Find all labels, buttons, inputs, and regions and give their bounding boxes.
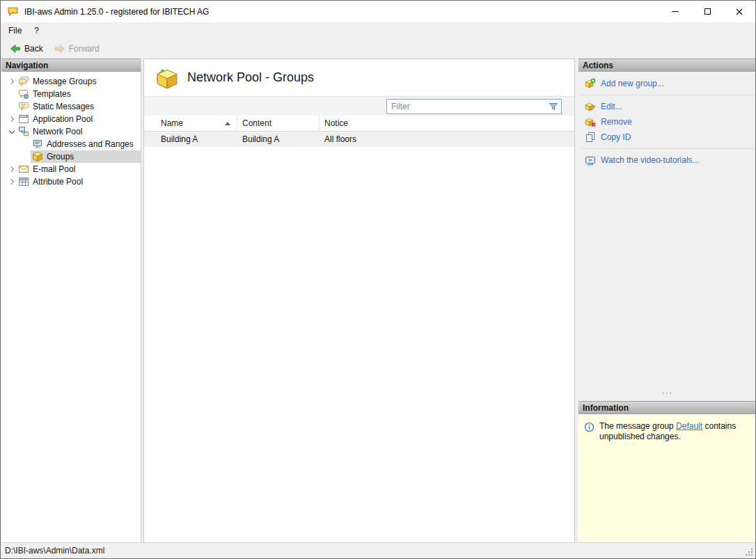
filter-input[interactable] [387,102,548,111]
tree-item-network-pool[interactable]: Network Pool [1,125,141,138]
sort-ascending-icon [225,122,230,125]
separator [581,95,754,95]
tree-item-application-pool[interactable]: Application Pool [1,113,141,125]
information-message: The message group Default contains unpub… [599,421,749,442]
chevron-right-icon[interactable] [7,113,17,125]
menu-item-help[interactable]: ? [28,22,45,39]
toolbar: Back Forward [1,39,755,58]
static-messages-icon [18,101,29,112]
application-pool-icon [18,113,29,125]
tree-item-label: Templates [33,89,71,99]
attribute-pool-icon [18,176,29,187]
message-groups-icon [18,76,29,87]
chevron-right-icon[interactable] [7,175,17,188]
back-arrow-icon [10,43,21,54]
email-pool-icon [18,164,29,175]
column-label: Name [161,118,183,128]
default-message-group-link[interactable]: Default [676,421,702,431]
chevron-down-icon[interactable] [7,125,17,138]
table-row[interactable]: Building A Building A All floors [144,132,574,147]
chevron-spacer [7,100,17,113]
menu-item-file[interactable]: File [2,22,28,39]
tree-item-label: Addresses and Ranges [47,139,134,149]
close-button[interactable] [723,1,755,22]
cell-notice: All floors [320,134,574,144]
tree-item-label: Message Groups [33,77,96,86]
chevron-right-icon[interactable] [7,75,17,88]
templates-icon [18,88,29,100]
resize-grip[interactable] [743,546,753,556]
column-header-content[interactable]: Content [237,116,320,131]
back-label: Back [24,44,43,54]
tree-item-label: Groups [47,152,74,162]
maximize-icon [704,8,711,15]
chevron-right-icon[interactable] [7,163,17,175]
minimize-icon [672,11,679,12]
network-pool-icon [18,126,29,137]
tree-item-attribute-pool[interactable]: Attribute Pool [1,175,141,188]
tree-item-label: E-mail Pool [33,164,75,174]
tree-item-addresses-and-ranges[interactable]: Addresses and Ranges [1,138,141,150]
panel-splitter-grip[interactable]: ··· [578,390,756,397]
column-header-notice[interactable]: Notice [320,116,574,131]
forward-button[interactable]: Forward [49,41,104,56]
chevron-spacer [21,150,31,163]
main-panel: Network Pool - Groups Name Content Notic… [143,58,575,543]
column-label: Content [242,118,271,128]
addresses-and-ranges-icon [32,139,43,150]
tree-item-label: Application Pool [33,114,93,124]
page-header: Network Pool - Groups [144,59,574,96]
page-title: Network Pool - Groups [187,70,314,85]
edit-icon [585,101,596,112]
action-label: Edit... [601,102,622,111]
add-group-icon [585,78,596,89]
copy-icon [585,132,596,143]
app-icon [7,6,19,17]
cell-content: Building A [237,134,320,144]
cell-name: Building A [144,134,237,144]
tree-item-label: Attribute Pool [33,177,83,187]
status-file-path: D:\IBI-aws\Admin\Data.xml [5,546,104,556]
filter-funnel-icon[interactable] [548,101,559,112]
network-pool-groups-icon [155,67,179,89]
tree-item-label: Static Messages [33,102,94,111]
tree-item-email-pool[interactable]: E-mail Pool [1,163,141,175]
action-label: Add new group... [601,79,664,88]
status-bar: D:\IBI-aws\Admin\Data.xml [1,542,755,558]
forward-arrow-icon [54,43,65,54]
info-text-before: The message group [599,421,674,431]
chevron-spacer [7,88,17,100]
minimize-button[interactable] [659,1,691,22]
action-copy-id[interactable]: Copy ID [578,129,756,145]
column-header-name[interactable]: Name [144,116,237,131]
navigation-header: Navigation [1,58,141,72]
forward-label: Forward [69,44,100,54]
window-controls [659,1,755,22]
title-bar: IBI-aws Admin 1.25.0 - registered for IB… [1,1,755,22]
app-window: IBI-aws Admin 1.25.0 - registered for IB… [0,0,756,559]
filter-field [386,99,562,114]
action-add-new-group[interactable]: Add new group... [578,76,756,91]
maximize-button[interactable] [691,1,723,22]
tree-item-templates[interactable]: Templates [1,88,141,100]
close-icon [736,8,743,15]
table-header: Name Content Notice [144,116,574,132]
tree-item-groups[interactable]: Groups [1,150,141,163]
action-remove[interactable]: Remove [578,114,756,129]
navigation-tree: Message Groups Templates S [1,72,141,188]
info-icon [584,422,594,432]
action-watch-video-tutorials[interactable]: Watch the video-tutorials... [578,152,756,168]
groups-icon [32,151,43,162]
filter-bar [144,96,574,116]
information-header: Information [578,401,756,414]
action-label: Copy ID [601,132,631,142]
action-edit[interactable]: Edit... [578,99,756,114]
right-panel: Actions Add new group... Edit... Remove [578,58,756,543]
tree-item-label: Network Pool [33,127,82,136]
tree-item-message-groups[interactable]: Message Groups [1,75,141,88]
tree-item-static-messages[interactable]: Static Messages [1,100,141,113]
separator [581,148,754,149]
navigation-panel: Navigation Message Groups Templates [1,58,141,543]
chevron-spacer [21,138,31,150]
back-button[interactable]: Back [5,41,48,56]
